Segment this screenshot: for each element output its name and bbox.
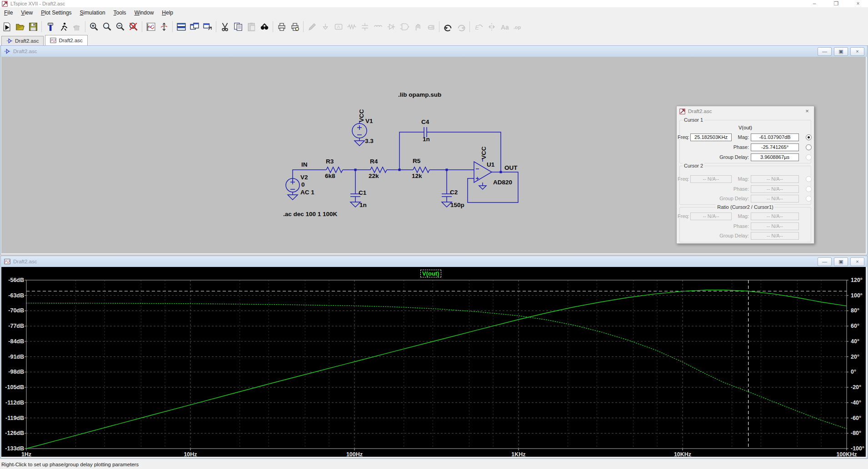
save-icon[interactable] <box>27 21 39 33</box>
schematic-label: VCC <box>358 109 365 122</box>
cursor2-gd-label: Group Delay: <box>711 196 749 201</box>
waveform-window: Draft2.asc — ▣ × V(out) -56dB-63dB-70dB-… <box>0 256 868 459</box>
menu-file[interactable]: File <box>0 7 17 19</box>
cursor1-freq-input[interactable]: 25.182503KHz <box>690 133 732 141</box>
schematic-label: V1 <box>365 118 373 124</box>
cursor1-header: Cursor 1 <box>683 117 704 123</box>
schematic-close-button[interactable]: × <box>850 47 864 56</box>
tab-bar: Draft2.ascDraft2.asc <box>0 35 868 46</box>
y-left-tick-label: -112dB <box>5 400 24 406</box>
restore-button[interactable]: ❐ <box>826 0 846 7</box>
undo-icon[interactable] <box>442 21 454 33</box>
waveform-canvas[interactable]: V(out) -56dB-63dB-70dB-77dB-84dB-91dB-98… <box>1 267 866 457</box>
trace-magnitude[interactable] <box>26 290 847 449</box>
schematic-label: 0 <box>301 181 305 188</box>
cursor2-gd-value: -- N/A-- <box>751 195 799 202</box>
cursor-dialog[interactable]: Draft2.asc × Cursor 1 V(out) Freq: 25.18… <box>676 106 814 244</box>
run-icon[interactable] <box>0 21 13 33</box>
y-left-tick-label: -91dB <box>8 354 24 360</box>
schematic-label: C2 <box>450 189 458 196</box>
copy-icon[interactable] <box>232 21 244 33</box>
toolbar-separator <box>172 21 173 32</box>
close-button[interactable]: × <box>848 0 868 7</box>
y-right-tick-label: 0° <box>851 369 856 375</box>
y-right-tick-label: -40° <box>851 400 861 406</box>
print-preview-icon[interactable] <box>289 21 301 33</box>
schematic-minimize-button[interactable]: — <box>818 47 832 56</box>
cursor-dialog-title: Draft2.asc <box>688 109 712 114</box>
tile-horizontal-icon[interactable] <box>175 21 187 33</box>
print-icon[interactable] <box>275 21 288 33</box>
cursor1-mag-value[interactable]: -61.037907dB <box>751 133 799 141</box>
ratio-mag-label: Mag: <box>733 213 749 219</box>
cursor1-mag-label: Mag: <box>733 134 749 140</box>
cursor2-phase-value: -- N/A-- <box>751 185 799 193</box>
text-icon: Aa <box>499 21 511 33</box>
cursor1-phase-radio[interactable] <box>806 144 812 150</box>
find-icon[interactable] <box>258 21 270 33</box>
trace-phase[interactable] <box>26 303 847 429</box>
waveform-restore-button[interactable]: ▣ <box>834 257 848 266</box>
minimize-button[interactable]: – <box>804 0 824 7</box>
schematic-label: U1 <box>487 161 495 168</box>
tab-schematic[interactable]: Draft2.asc <box>1 36 44 45</box>
cursor-dialog-close-icon[interactable]: × <box>803 107 811 115</box>
y-right-tick-label: 120° <box>851 277 863 283</box>
schematic-window-title-bar[interactable]: Draft2.asc <box>1 46 867 57</box>
bode-plot: -56dB-63dB-70dB-77dB-84dB-91dB-98dB-105d… <box>1 267 866 457</box>
cut-icon[interactable] <box>219 21 231 33</box>
x-tick-label: 10Hz <box>184 451 197 457</box>
zoom-fit-icon[interactable] <box>101 21 113 33</box>
paste-icon <box>245 21 257 33</box>
zoom-undo-icon[interactable] <box>127 21 140 33</box>
waveform-window-title: Draft2.asc <box>13 259 37 264</box>
open-icon[interactable] <box>14 21 26 33</box>
trace-label[interactable]: V(out) <box>420 270 441 277</box>
y-right-tick-label: -60° <box>851 415 861 421</box>
window-title: LTspice XVII - Draft2.asc <box>10 1 65 6</box>
plot-border <box>26 280 847 449</box>
tile-vertical-icon[interactable] <box>188 21 200 33</box>
waveform-window-title-bar[interactable]: Draft2.asc <box>1 256 867 267</box>
menu-help[interactable]: Help <box>158 7 177 19</box>
waveform-icon <box>50 37 56 44</box>
waveform-close-button[interactable]: × <box>850 257 864 266</box>
cursor2-freq-input: -- N/A-- <box>690 175 732 183</box>
menu-plot-settings[interactable]: Plot Settings <box>37 7 75 19</box>
schematic-label: IN <box>301 161 308 168</box>
zoom-out-icon[interactable] <box>114 21 126 33</box>
y-left-tick-label: -70dB <box>8 307 24 314</box>
cursor1-gd-value[interactable]: 3.9608867µs <box>751 153 799 161</box>
cursor2-freq-label: Freq: <box>678 176 689 182</box>
schematic-label: VCC <box>480 146 487 159</box>
diode-icon <box>385 21 397 33</box>
schematic-restore-button[interactable]: ▣ <box>834 47 848 56</box>
svg-text:Aa: Aa <box>501 24 509 31</box>
plot-settings-icon[interactable] <box>145 21 157 33</box>
y-left-tick-label: -126dB <box>5 430 24 436</box>
cursor1-phase-value[interactable]: -25.741265° <box>751 143 799 151</box>
x-tick-label: 100KHz <box>836 451 857 457</box>
tab-waveform[interactable]: Draft2.asc <box>45 35 87 45</box>
cursor2-mag-value: -- N/A-- <box>751 175 799 183</box>
control-panel-icon[interactable] <box>44 21 56 33</box>
menu-window[interactable]: Window <box>130 7 158 19</box>
menu-tools[interactable]: Tools <box>110 7 130 19</box>
schematic-label: 1n <box>359 202 367 208</box>
cascade-icon[interactable] <box>201 21 214 33</box>
halt-icon[interactable] <box>57 21 70 33</box>
menu-view[interactable]: View <box>17 7 37 19</box>
y-right-tick-label: 80° <box>851 307 859 314</box>
status-text: Right-Click to set up phase/group delay … <box>1 462 139 467</box>
schematic-icon <box>6 38 13 44</box>
y-left-tick-label: -84dB <box>8 338 24 345</box>
cursor1-mag-radio[interactable] <box>806 134 812 140</box>
y-right-tick-label: 100° <box>851 292 863 299</box>
menu-simulation[interactable]: Simulation <box>76 7 110 19</box>
schematic-label: C4 <box>421 118 429 125</box>
cursor-dialog-title-bar[interactable]: Draft2.asc <box>677 106 814 116</box>
inductor-icon <box>372 21 384 33</box>
waveform-minimize-button[interactable]: — <box>818 257 832 266</box>
autorange-icon[interactable] <box>158 21 170 33</box>
zoom-in-icon[interactable] <box>88 21 100 33</box>
